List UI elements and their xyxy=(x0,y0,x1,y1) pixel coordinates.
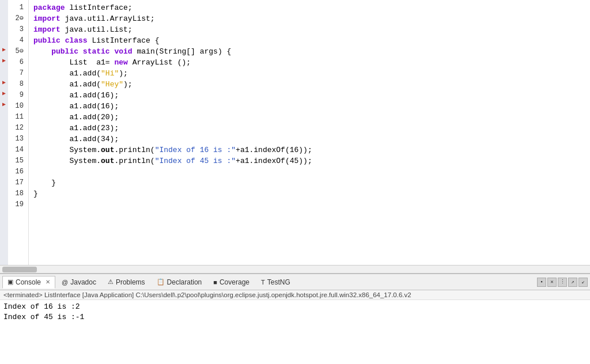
line-number-17: 17 xyxy=(10,177,24,188)
line-number-9: 9 xyxy=(10,90,24,101)
code-line-19 xyxy=(33,199,585,210)
code-line-7: a1.add("Hi"); xyxy=(33,68,585,79)
code-line-5: public static void main(String[] args) { xyxy=(33,46,585,57)
margin-cell-14 xyxy=(0,142,8,153)
line-number-8: 8 xyxy=(10,79,24,90)
declaration-tab-label: Declaration xyxy=(167,278,202,286)
console-line: Index of 16 is :2 xyxy=(3,302,587,312)
code-line-9: a1.add(16); xyxy=(33,90,585,101)
code-container: ▶▶▶▶▶ 12⊖345⊖678910111213141516171819 pa… xyxy=(0,0,590,265)
tab-action-btn-4[interactable]: ↙ xyxy=(578,278,588,287)
tab-action-btn-2[interactable]: ⋮ xyxy=(558,278,567,287)
margin-cell-1 xyxy=(0,0,8,11)
left-margin: ▶▶▶▶▶ xyxy=(0,0,8,265)
line-number-15: 15 xyxy=(10,156,24,166)
code-line-10: a1.add(16); xyxy=(33,101,585,112)
tab-actions: ▪✕⋮↗↙ xyxy=(537,278,588,287)
code-line-16 xyxy=(33,166,585,177)
code-content[interactable]: package listInterface;import java.util.A… xyxy=(29,0,590,265)
code-line-4: public class ListInterface { xyxy=(33,35,585,46)
problems-tab-icon: ⚠ xyxy=(108,278,114,286)
code-line-1: package listInterface; xyxy=(33,2,585,13)
code-line-14: System.out.println("Index of 16 is :"+a1… xyxy=(33,145,585,156)
line-number-10: 10 xyxy=(10,101,24,112)
testng-tab-icon: T xyxy=(261,279,265,286)
tabs-bar: ▣Console✕@Javadoc⚠Problems📋Declaration■C… xyxy=(0,274,590,290)
line-number-7: 7 xyxy=(10,68,24,79)
line-number-14: 14 xyxy=(10,145,24,156)
code-line-15: System.out.println("Index of 45 is :"+a1… xyxy=(33,156,585,166)
tab-javadoc[interactable]: @Javadoc xyxy=(56,276,101,289)
margin-cell-16 xyxy=(0,164,8,175)
code-line-6: List a1= new ArrayList (); xyxy=(33,57,585,68)
margin-cell-5: ▶ xyxy=(0,44,8,55)
line-number-2: 2⊖ xyxy=(10,13,24,24)
line-number-3: 3 xyxy=(10,24,24,35)
line-number-11: 11 xyxy=(10,112,24,123)
line-number-1: 1 xyxy=(10,2,24,13)
code-line-12: a1.add(23); xyxy=(33,123,585,134)
bottom-panel: ▣Console✕@Javadoc⚠Problems📋Declaration■C… xyxy=(0,273,590,364)
line-number-6: 6 xyxy=(10,57,24,68)
margin-cell-13 xyxy=(0,131,8,142)
testng-tab-label: TestNG xyxy=(267,278,290,286)
code-line-18: } xyxy=(33,188,585,199)
margin-cell-9: ▶ xyxy=(0,88,8,98)
line-number-4: 4 xyxy=(10,35,24,46)
tab-action-btn-0[interactable]: ▪ xyxy=(537,278,546,287)
problems-tab-label: Problems xyxy=(116,278,145,286)
declaration-tab-icon: 📋 xyxy=(157,278,165,286)
margin-cell-2 xyxy=(0,11,8,22)
tab-console[interactable]: ▣Console✕ xyxy=(2,276,55,289)
line-number-12: 12 xyxy=(10,123,24,134)
line-number-13: 13 xyxy=(10,134,24,145)
console-header: <terminated> ListInterface [Java Applica… xyxy=(0,290,590,300)
horizontal-scrollbar[interactable] xyxy=(0,265,590,273)
margin-cell-15 xyxy=(0,153,8,164)
console-output: Index of 16 is :2Index of 45 is :-1 xyxy=(0,300,590,364)
line-numbers: 12⊖345⊖678910111213141516171819 xyxy=(8,0,29,265)
coverage-tab-label: Coverage xyxy=(220,278,249,286)
console-line: Index of 45 is :-1 xyxy=(3,312,587,323)
margin-cell-3 xyxy=(0,22,8,33)
line-number-16: 16 xyxy=(10,166,24,177)
line-number-19: 19 xyxy=(10,199,24,210)
tab-declaration[interactable]: 📋Declaration xyxy=(152,276,207,289)
console-tab-icon: ▣ xyxy=(7,278,13,286)
console-tab-close[interactable]: ✕ xyxy=(46,279,50,285)
code-line-3: import java.util.List; xyxy=(33,24,585,35)
margin-cell-18 xyxy=(0,186,8,197)
margin-cell-19 xyxy=(0,197,8,208)
line-number-18: 18 xyxy=(10,188,24,199)
javadoc-tab-label: Javadoc xyxy=(70,278,96,286)
margin-cell-8: ▶ xyxy=(0,77,8,88)
tab-problems[interactable]: ⚠Problems xyxy=(103,276,150,289)
tab-action-btn-1[interactable]: ✕ xyxy=(547,278,557,287)
margin-cell-11 xyxy=(0,109,8,120)
margin-cell-17 xyxy=(0,175,8,186)
code-line-11: a1.add(20); xyxy=(33,112,585,123)
line-number-5: 5⊖ xyxy=(10,46,24,57)
scrollbar-thumb[interactable] xyxy=(2,267,37,272)
tab-testng[interactable]: TTestNG xyxy=(256,276,296,289)
code-line-17: } xyxy=(33,177,585,188)
margin-cell-6: ▶ xyxy=(0,55,8,66)
code-line-2: import java.util.ArrayList; xyxy=(33,13,585,24)
code-line-8: a1.add("Hey"); xyxy=(33,79,585,90)
code-line-13: a1.add(34); xyxy=(33,134,585,145)
margin-cell-7 xyxy=(0,66,8,77)
margin-cell-10: ▶ xyxy=(0,98,8,109)
tab-action-btn-3[interactable]: ↗ xyxy=(568,278,577,287)
console-tab-label: Console xyxy=(16,278,41,286)
margin-cell-4 xyxy=(0,33,8,44)
editor-area: ▶▶▶▶▶ 12⊖345⊖678910111213141516171819 pa… xyxy=(0,0,590,273)
tab-coverage[interactable]: ■Coverage xyxy=(208,276,255,289)
javadoc-tab-icon: @ xyxy=(62,279,68,286)
coverage-tab-icon: ■ xyxy=(213,279,217,286)
margin-cell-12 xyxy=(0,120,8,131)
